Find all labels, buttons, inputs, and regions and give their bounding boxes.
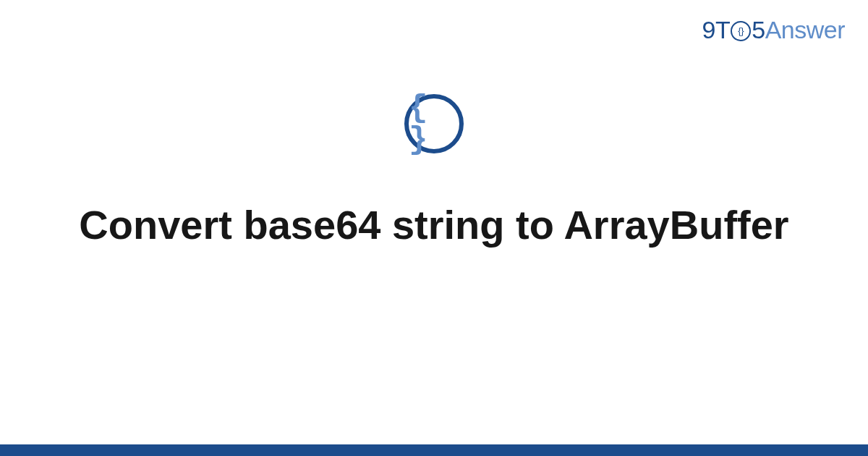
site-logo: 9T{}5Answer [702,16,845,44]
logo-prefix: 9T [702,16,731,44]
braces-icon: { } [409,92,459,156]
logo-clock-inner: {} [738,26,744,35]
logo-five: 5 [752,16,765,44]
logo-clock-icon: {} [731,21,751,41]
page-title: Convert base64 string to ArrayBuffer [0,199,868,251]
topic-icon-circle: { } [404,94,464,153]
footer-bar [0,444,868,456]
logo-suffix: Answer [765,16,845,44]
